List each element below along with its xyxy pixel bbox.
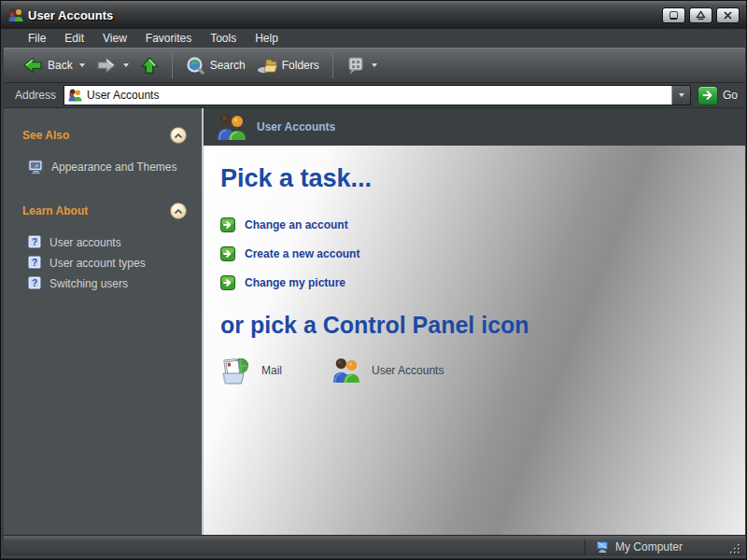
toolbar-separator: [332, 52, 333, 78]
minimize-button[interactable]: [662, 7, 685, 23]
mail-icon: [220, 356, 250, 385]
forward-icon: [96, 57, 117, 74]
address-label: Address: [15, 89, 56, 102]
sidebar: See Also Appearance and Themes Learn Abo…: [4, 108, 202, 535]
window-bottom-edge: [1, 556, 746, 559]
content-body: Pick a task... Change an account Create …: [204, 146, 745, 535]
user-accounts-window: User Accounts File Edit View Favorites T…: [0, 0, 747, 560]
pick-task-heading: Pick a task...: [220, 164, 745, 193]
menu-favorites[interactable]: Favorites: [136, 30, 201, 47]
menu-view[interactable]: View: [93, 30, 136, 47]
status-location: My Computer: [596, 540, 683, 553]
sidebar-item-switching-users[interactable]: ? Switching users: [28, 276, 192, 290]
up-icon: [140, 56, 159, 75]
sidebar-item-label: Appearance and Themes: [51, 161, 177, 174]
back-icon: [22, 57, 43, 74]
toolbar-separator: [172, 52, 173, 78]
sidebar-item-user-account-types[interactable]: ? User account types: [28, 256, 192, 270]
user-accounts-icon: [67, 89, 82, 102]
user-accounts-icon[interactable]: [7, 7, 23, 22]
sidebar-item-label: User account types: [49, 257, 146, 270]
control-panel-icon-heading: or pick a Control Panel icon: [220, 312, 745, 339]
learn-about-section: Learn About ? User accounts ? User accou…: [13, 199, 192, 290]
go-button[interactable]: [698, 86, 718, 105]
search-button[interactable]: Search: [180, 53, 251, 78]
see-also-collapse-button[interactable]: [170, 127, 187, 144]
task-arrow-icon: [220, 217, 235, 232]
menu-tools[interactable]: Tools: [201, 30, 246, 47]
user-accounts-icon: [215, 113, 247, 141]
svg-text:?: ?: [32, 258, 37, 268]
resize-grip[interactable]: [728, 542, 741, 555]
control-panel-icons: Mail User Accounts: [220, 356, 745, 385]
status-bar: My Computer: [4, 535, 745, 558]
task-change-picture[interactable]: Change my picture: [220, 268, 745, 297]
panel-icon-user-accounts[interactable]: User Accounts: [331, 357, 444, 384]
forward-button[interactable]: [91, 54, 134, 77]
chevron-down-icon: [679, 93, 684, 97]
svg-text:?: ?: [32, 278, 37, 288]
menu-edit[interactable]: Edit: [55, 30, 93, 47]
window-title: User Accounts: [28, 8, 113, 22]
maximize-button[interactable]: [689, 7, 712, 23]
close-button[interactable]: [716, 7, 740, 23]
task-arrow-icon: [220, 246, 235, 261]
folders-label: Folders: [282, 59, 319, 72]
back-dropdown-icon[interactable]: [79, 63, 85, 67]
back-button[interactable]: Back: [17, 54, 91, 77]
folders-button[interactable]: Folders: [251, 54, 325, 77]
task-arrow-icon: [220, 275, 235, 290]
panel-icon-mail[interactable]: Mail: [220, 356, 282, 385]
help-icon: ?: [28, 256, 42, 270]
task-label: Change an account: [245, 218, 348, 231]
close-icon: [723, 10, 733, 21]
back-label: Back: [48, 59, 73, 72]
go-label[interactable]: Go: [723, 89, 738, 102]
menu-bar: File Edit View Favorites Tools Help: [4, 29, 745, 48]
forward-dropdown-icon[interactable]: [123, 63, 129, 67]
see-also-section: See Also Appearance and Themes: [13, 123, 192, 175]
toolbar: Back Search Folders: [4, 48, 745, 83]
task-create-account[interactable]: Create a new account: [220, 239, 745, 268]
window-controls: [662, 7, 740, 23]
title-bar[interactable]: User Accounts: [1, 1, 746, 29]
status-location-label: My Computer: [615, 540, 683, 553]
status-separator: [585, 539, 585, 555]
see-also-title: See Also: [22, 129, 69, 142]
learn-about-title: Learn About: [22, 204, 88, 217]
chevron-up-icon: [174, 208, 183, 215]
sidebar-item-label: Switching users: [49, 277, 128, 290]
views-button[interactable]: [341, 53, 383, 77]
user-accounts-icon: [331, 357, 360, 384]
chevron-up-icon: [174, 133, 183, 139]
address-dropdown-button[interactable]: [671, 86, 690, 105]
menu-help[interactable]: Help: [246, 30, 288, 47]
up-button[interactable]: [134, 53, 164, 77]
search-label: Search: [210, 59, 246, 72]
panel-icon-label: Mail: [261, 364, 282, 377]
task-label: Create a new account: [245, 247, 359, 260]
views-icon: [346, 56, 365, 75]
panel-icon-label: User Accounts: [372, 364, 444, 377]
search-icon: [186, 56, 205, 76]
sidebar-item-label: User accounts: [49, 236, 121, 249]
help-icon: ?: [28, 235, 42, 249]
address-input[interactable]: User Accounts: [63, 85, 691, 105]
my-computer-icon: [596, 540, 610, 553]
go-icon: [701, 89, 714, 102]
appearance-themes-icon: [28, 160, 44, 175]
help-icon: ?: [28, 276, 42, 290]
learn-about-collapse-button[interactable]: [170, 203, 187, 219]
menu-file[interactable]: File: [19, 30, 55, 47]
task-list: Change an account Create a new account C…: [220, 210, 745, 297]
address-bar: Address User Accounts Go: [4, 83, 745, 108]
maximize-icon: [696, 10, 706, 21]
content-header-title: User Accounts: [257, 120, 335, 133]
minimize-icon: [669, 10, 679, 21]
views-dropdown-icon[interactable]: [372, 63, 377, 67]
content-pane: User Accounts Pick a task... Change an a…: [202, 108, 745, 535]
sidebar-item-user-accounts[interactable]: ? User accounts: [28, 235, 192, 249]
folders-icon: [257, 57, 277, 74]
sidebar-item-appearance-themes[interactable]: Appearance and Themes: [28, 160, 192, 175]
task-change-account[interactable]: Change an account: [220, 210, 745, 239]
